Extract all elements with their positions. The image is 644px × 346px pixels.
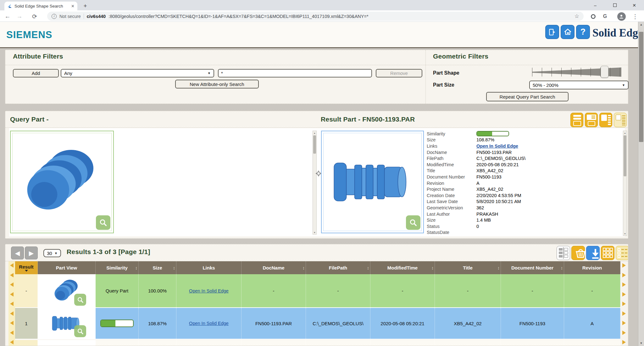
table-row-query-part[interactable]: - Query Part 100.00% Open In Solid Edge … [15, 274, 620, 308]
next-page-button[interactable]: ▶ [25, 247, 38, 259]
layout-option-4-icon[interactable] [614, 113, 627, 127]
scroll-left-arrow-icon[interactable] [10, 292, 14, 297]
column-header-size[interactable]: Size↕ [139, 261, 176, 274]
magnifier-icon[interactable] [74, 325, 86, 337]
previous-page-button[interactable]: ◀ [11, 247, 24, 259]
scroll-right-arrow-icon[interactable] [622, 263, 626, 268]
column-header-links[interactable]: Links [176, 261, 242, 274]
window-minimize-button[interactable]: – [586, 0, 605, 10]
info-icon[interactable]: i [52, 14, 57, 19]
reload-button[interactable]: ⟳ [30, 12, 39, 21]
open-in-solid-edge-link[interactable]: Open In Solid Edge [189, 288, 229, 293]
scroll-up-icon[interactable]: ▲ [313, 131, 316, 135]
repeat-query-search-button[interactable]: Repeat Query Part Search [486, 92, 569, 101]
scrollbar-up-icon[interactable]: ▲ [638, 22, 644, 27]
magnifier-icon[interactable] [406, 215, 420, 230]
part-shape-slider[interactable] [532, 65, 621, 79]
new-attribute-search-button[interactable]: New Attribute-only Search [175, 80, 259, 88]
open-in-solid-edge-link[interactable]: Open In Solid Edge [189, 321, 229, 326]
column-view-icon[interactable] [557, 246, 570, 260]
column-header-modifiedtime[interactable]: ModifiedTime↕ [370, 261, 435, 274]
scroll-left-arrow-icon[interactable] [10, 273, 14, 277]
scroll-thumb[interactable] [624, 135, 626, 176]
scroll-right-arrow-icon[interactable] [622, 273, 626, 277]
column-header-similarity[interactable]: Similarity↕ [96, 261, 139, 274]
part-size-value: 50% - 200% [533, 82, 558, 88]
scroll-left-arrow-icon[interactable] [10, 263, 14, 268]
part-size-select[interactable]: 50% - 200% ▼ [529, 81, 629, 89]
page-scrollbar[interactable]: ▲ ▼ [638, 22, 644, 346]
scroll-right-arrow-icon[interactable] [622, 302, 626, 306]
scroll-right-arrow-icon[interactable] [622, 292, 626, 297]
url-bar[interactable]: i Not secure civ6s440 :8080/geolus/contr… [47, 12, 584, 21]
scroll-left-arrow-icon[interactable] [10, 321, 14, 325]
column-header-docname[interactable]: DocName↕ [242, 261, 306, 274]
result-part-thumbnail[interactable] [321, 131, 424, 233]
basket-icon[interactable] [571, 246, 585, 260]
extension-g-icon[interactable]: G [601, 12, 609, 21]
window-close-button[interactable]: ✕ [625, 0, 644, 10]
scroll-right-arrow-icon[interactable] [622, 331, 626, 335]
scrollbar-down-icon[interactable]: ▼ [638, 340, 644, 346]
scroll-down-icon[interactable]: ▼ [623, 232, 627, 235]
scroll-left-arrow-icon[interactable] [10, 282, 14, 287]
scroll-right-arrow-icon[interactable] [622, 311, 626, 316]
scroll-down-icon[interactable]: ▼ [313, 230, 316, 234]
layout-option-2-icon[interactable] [585, 113, 598, 127]
column-header-revision[interactable]: Revision [564, 261, 620, 274]
magnifier-icon[interactable] [96, 215, 110, 230]
scrollbar-thumb[interactable] [639, 32, 643, 142]
browser-tab[interactable]: Solid Edge Shape Search ✕ [4, 2, 77, 10]
page-size-select[interactable]: 30 ▼ [43, 249, 61, 257]
window-maximize-button[interactable] [605, 0, 625, 10]
scroll-left-arrow-icon[interactable] [10, 311, 14, 316]
scroll-left-arrow-icon[interactable] [10, 340, 14, 344]
new-tab-button[interactable]: + [81, 2, 89, 10]
tab-close-icon[interactable]: ✕ [71, 4, 75, 9]
table-row-result-1[interactable]: 1 108.87% Open In Solid Edge FN500-1193.… [15, 308, 620, 339]
column-header-filepath[interactable]: FilePath↕ [306, 261, 370, 274]
scroll-left-arrow-icon[interactable] [10, 302, 14, 306]
download-icon[interactable] [586, 246, 600, 260]
forward-button[interactable]: → [15, 12, 24, 21]
help-button[interactable]: ? [576, 25, 590, 39]
extension-circle-icon[interactable] [589, 12, 597, 21]
browser-menu-button[interactable]: ⋮ [631, 12, 640, 21]
layout-option-3-icon[interactable] [599, 113, 612, 127]
cell-docname: FN500-1193.PAR [242, 308, 306, 339]
profile-avatar[interactable] [617, 12, 626, 21]
magnifier-icon[interactable] [74, 294, 86, 306]
add-filter-button[interactable]: Add [13, 69, 59, 77]
bookmark-star-icon[interactable]: ☆ [575, 13, 579, 20]
cell-part-view[interactable] [38, 274, 96, 307]
scroll-left-arrow-icon[interactable] [10, 331, 14, 335]
scroll-up-icon[interactable]: ▲ [623, 131, 627, 135]
grid-view-icon[interactable] [601, 246, 614, 260]
column-header-result[interactable]: Result [15, 261, 38, 274]
column-header-title[interactable]: Title↕ [435, 261, 501, 274]
home-button[interactable] [561, 25, 575, 39]
cell-part-view[interactable] [38, 308, 96, 339]
open-in-solid-edge-link[interactable]: Open In Solid Edge [476, 144, 518, 149]
query-part-thumbnail[interactable] [10, 131, 114, 233]
exit-button[interactable] [545, 25, 559, 39]
detail-value: 362 [476, 205, 484, 210]
remove-filter-button[interactable]: Remove [376, 69, 422, 77]
scroll-right-arrow-icon[interactable] [622, 282, 626, 287]
back-button[interactable]: ← [3, 12, 12, 21]
scroll-right-arrow-icon[interactable] [622, 340, 626, 344]
column-header-part-view[interactable]: Part View [38, 261, 96, 274]
column-header-document-number[interactable]: Document Number↕ [501, 261, 564, 274]
url-host: civ6s440 [87, 14, 106, 19]
table-row-result-2-partial[interactable] [15, 340, 620, 346]
list-view-icon[interactable] [616, 246, 628, 260]
attribute-select[interactable]: Any ▼ [61, 69, 214, 77]
scroll-right-arrow-icon[interactable] [622, 321, 626, 325]
scroll-thumb[interactable] [313, 135, 316, 154]
attribute-value-input[interactable] [218, 69, 372, 77]
query-panel-scrollbar[interactable]: ▲ ▼ [313, 131, 317, 235]
detail-value: FN500-1193.PAR [476, 150, 512, 155]
slider-handle[interactable] [601, 66, 608, 78]
details-scrollbar[interactable]: ▲ ▼ [623, 131, 627, 236]
layout-option-1-icon[interactable] [570, 113, 583, 127]
